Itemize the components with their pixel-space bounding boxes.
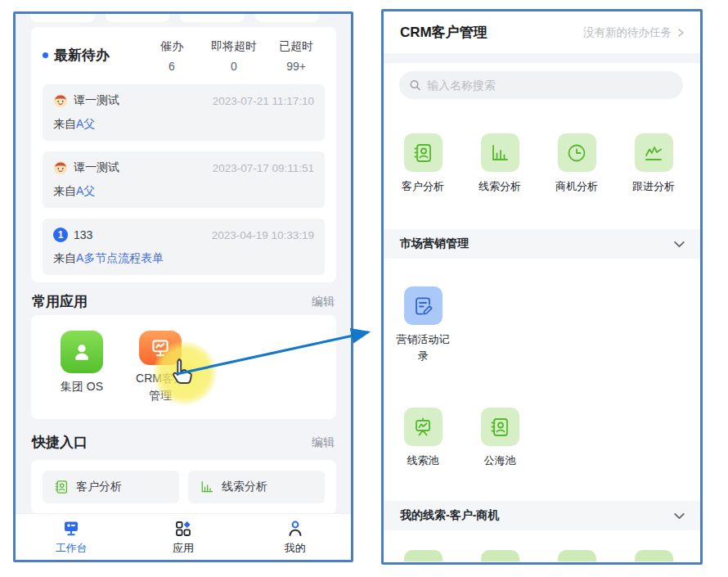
common-apps-header: 常用应用 编辑: [16, 292, 351, 311]
presentation-board-icon: [404, 408, 443, 446]
section-marketing[interactable]: 市场营销管理: [384, 229, 700, 259]
todo-stats: 催办 6 即将超时 0 已超时 99+: [143, 39, 325, 73]
todo-header: 最新待办 催办 6 即将超时 0 已超时 99+: [43, 39, 325, 73]
common-apps-edit-button[interactable]: 编辑: [312, 295, 335, 309]
partial-app-icon: [615, 550, 692, 561]
analysis-opportunity[interactable]: 商机分析: [538, 133, 615, 195]
line-chart-icon: [635, 133, 673, 172]
number-badge-icon: 1: [53, 228, 68, 242]
common-apps-title: 常用应用: [32, 292, 88, 311]
crm-header: CRM客户管理 没有新的待办任务: [384, 11, 700, 53]
todo-status-text: 没有新的待办任务: [583, 25, 672, 40]
bar-chart-icon: [199, 479, 215, 495]
todo-from-prefix: 来自: [53, 184, 76, 197]
person-app-icon: [61, 331, 103, 373]
analysis-label: 线索分析: [470, 178, 529, 195]
header-divider: [384, 53, 700, 63]
monitor-chart-app-icon: [139, 331, 182, 365]
quick-entry-edit-button[interactable]: 编辑: [312, 435, 335, 450]
todo-item-time: 2023-04-19 10:33:19: [212, 229, 314, 241]
bottom-tabbar: 工作台 应用 我的: [16, 513, 351, 560]
contact-book-icon: [53, 479, 70, 495]
apps-grid-icon: [173, 519, 193, 539]
app-label: CRM客户管理: [131, 370, 190, 403]
app-lead-pool[interactable]: 线索池: [384, 408, 461, 469]
todo-from-link[interactable]: A父: [76, 117, 95, 130]
workbench-panel: 最新待办 催办 6 即将超时 0 已超时 99+: [13, 11, 353, 562]
cutoff-card: [255, 14, 320, 22]
quick-entry-title: 快捷入口: [32, 433, 88, 452]
tab-workbench[interactable]: 工作台: [16, 514, 128, 560]
todo-status-link[interactable]: 没有新的待办任务: [583, 25, 685, 40]
tab-apps[interactable]: 应用: [128, 514, 240, 560]
partial-icons-row: [384, 550, 692, 561]
analysis-row: 客户分析 线索分析 商机分析: [384, 133, 692, 195]
chevron-down-icon: [673, 510, 685, 522]
app-label: 线索池: [393, 453, 452, 469]
section-title: 市场营销管理: [400, 237, 469, 251]
avatar-icon: [53, 93, 68, 108]
bar-chart-icon: [481, 133, 519, 172]
app-label: 营销活动记录: [393, 331, 452, 363]
analysis-customer[interactable]: 客户分析: [384, 133, 461, 195]
chevron-right-icon: [676, 28, 685, 38]
common-apps-card: 集团 OS CRM客户管理: [31, 315, 336, 419]
todo-title: 最新待办: [54, 46, 110, 65]
search-input[interactable]: [427, 79, 673, 92]
todo-item-name: 谭一测试: [74, 160, 119, 175]
app-label: 公海池: [470, 453, 529, 469]
analysis-lead[interactable]: 线索分析: [461, 133, 538, 195]
analysis-followup[interactable]: 跟进分析: [615, 133, 692, 195]
cutoff-card: [106, 14, 170, 22]
pools-row: 线索池 公海池: [384, 408, 538, 469]
todo-from-prefix: 来自: [53, 117, 76, 130]
quick-label: 线索分析: [222, 480, 267, 494]
app-crm-management[interactable]: CRM客户管理: [131, 331, 190, 403]
todo-item[interactable]: 谭一测试 2023-07-17 09:11:51 来自A父: [43, 151, 325, 208]
workbench-icon: [61, 519, 81, 539]
todo-list: 谭一测试 2023-07-21 11:17:10 来自A父: [43, 84, 325, 275]
todo-item-name: 133: [74, 228, 92, 241]
tab-mine[interactable]: 我的: [239, 514, 351, 560]
todo-item-name: 谭一测试: [74, 93, 119, 108]
partial-app-icon: [461, 550, 538, 561]
analysis-label: 跟进分析: [624, 178, 683, 195]
chevron-down-icon: [673, 238, 685, 250]
section-my-leads[interactable]: 我的线索-客户-商机: [384, 501, 700, 530]
stat-urge[interactable]: 催办 6: [143, 39, 200, 73]
todo-item-time: 2023-07-21 11:17:10: [213, 95, 314, 107]
app-label: 集团 OS: [61, 378, 103, 394]
cutoff-card: [30, 14, 95, 22]
marketing-apps-row: 营销活动记录: [384, 286, 461, 363]
quick-customer-analysis-button[interactable]: 客户分析: [43, 471, 179, 503]
crm-title: CRM客户管理: [400, 23, 488, 42]
todo-from-link[interactable]: A多节点流程表单: [76, 251, 164, 264]
latest-todo-card: 最新待办 催办 6 即将超时 0 已超时 99+: [31, 27, 336, 282]
edit-document-icon: [404, 286, 443, 325]
todo-item[interactable]: 1 133 2023-04-19 10:33:19 来自A多节点流程表单: [43, 219, 325, 275]
tab-label: 应用: [173, 541, 194, 556]
crm-panel: CRM客户管理 没有新的待办任务: [381, 9, 703, 565]
analysis-label: 商机分析: [547, 178, 606, 195]
todo-item-time: 2023-07-17 09:11:51: [213, 162, 314, 174]
app-public-sea-pool[interactable]: 公海池: [461, 408, 538, 469]
tab-label: 我的: [285, 541, 306, 556]
contact-book-icon: [481, 408, 519, 446]
search-bar[interactable]: [399, 71, 683, 99]
app-marketing-activity-record[interactable]: 营销活动记录: [384, 286, 461, 363]
quick-lead-analysis-button[interactable]: 线索分析: [188, 471, 325, 503]
clock-icon: [558, 133, 596, 172]
person-outline-icon: [285, 519, 305, 539]
cutoff-card: [180, 14, 245, 22]
app-group-os[interactable]: 集团 OS: [52, 331, 111, 403]
todo-from-link[interactable]: A父: [76, 184, 95, 197]
quick-entry-header: 快捷入口 编辑: [16, 433, 351, 452]
contact-book-icon: [404, 133, 443, 172]
section-title: 我的线索-客户-商机: [400, 508, 499, 523]
partial-app-icon: [538, 550, 615, 561]
todo-item[interactable]: 谭一测试 2023-07-21 11:17:10 来自A父: [43, 84, 325, 141]
stat-soon-overtime[interactable]: 即将超时 0: [205, 39, 263, 73]
stat-overtime[interactable]: 已超时 99+: [267, 39, 325, 73]
quick-label: 客户分析: [76, 480, 122, 494]
todo-title-wrap: 最新待办: [43, 39, 143, 65]
